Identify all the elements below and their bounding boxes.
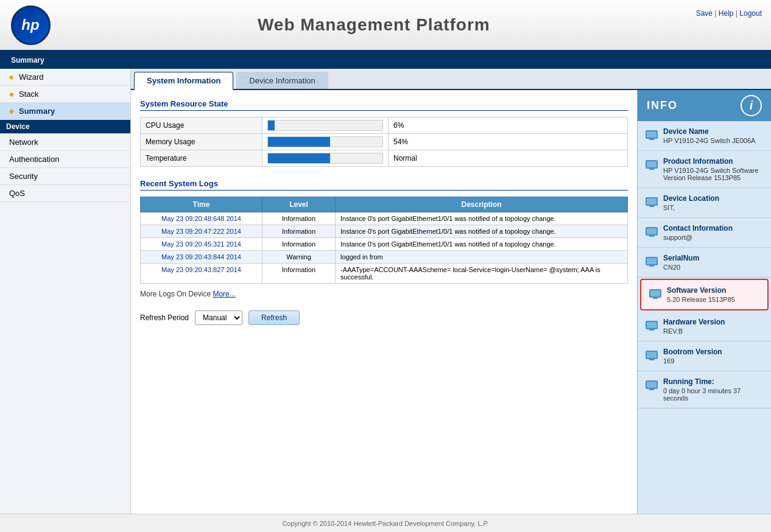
sidebar-label-security: Security	[9, 172, 38, 181]
sidebar-label-stack: Stack	[19, 89, 39, 99]
header: hp Web Management Platform Save | Help |…	[0, 0, 771, 52]
serial-num-label: SerialNum	[663, 254, 764, 262]
log-description: Instance 0's port GigabitEthernet1/0/1 w…	[336, 238, 628, 251]
main-content: System Resource State CPU Usage 6% Memor…	[131, 90, 771, 514]
info-item-serial-num: SerialNum CN20	[638, 248, 771, 278]
refresh-period-select[interactable]: Manual 30s 60s 120s	[195, 310, 242, 325]
nav-bar: Summary	[0, 52, 771, 69]
help-link[interactable]: Help	[719, 9, 734, 18]
running-time-content: Running Time: 0 day 0 hour 3 minutes 37 …	[663, 377, 764, 402]
bootrom-version-content: Bootrom Version 169	[663, 348, 764, 365]
more-logs-bar: More Logs On Device More...	[140, 290, 628, 298]
running-time-icon	[645, 379, 658, 392]
sidebar-section-device: Device	[0, 120, 130, 134]
software-version-label: Software Version	[667, 286, 760, 295]
info-item-device-location: Device Location SIT,	[638, 188, 771, 218]
info-panel: INFO i Device Name HP V1910-24G Switch J…	[637, 90, 771, 514]
resource-bar-container	[267, 153, 383, 164]
logs-col-level: Level	[262, 197, 336, 212]
svg-rect-19	[647, 322, 657, 328]
log-row: May 23 09:20:45:321 2014 Information Ins…	[141, 238, 628, 251]
resource-bar-container	[267, 120, 383, 131]
sidebar-item-authentication[interactable]: Authentication	[0, 151, 130, 168]
info-item-hardware-version: Hardware Version REV.B	[638, 312, 771, 341]
svg-rect-4	[647, 161, 657, 167]
logout-link[interactable]: Logout	[739, 9, 762, 18]
info-circle-icon: i	[741, 95, 762, 116]
svg-rect-25	[647, 382, 657, 388]
tab-system-info[interactable]: System Information	[134, 72, 233, 90]
log-row: May 23 09:20:43:844 2014 Warning logged …	[141, 251, 628, 264]
logs-table: Time Level Description May 23 09:20:48:6…	[140, 197, 628, 284]
log-time: May 23 09:20:43:827 2014	[141, 264, 262, 284]
bootrom-version-label: Bootrom Version	[663, 348, 764, 356]
sidebar-item-stack[interactable]: ◆ Stack	[0, 86, 130, 103]
info-panel-title: INFO	[647, 99, 678, 112]
resource-bar-cell	[262, 117, 389, 134]
svg-rect-26	[649, 389, 654, 390]
diamond-icon-stack: ◆	[9, 91, 14, 97]
svg-rect-1	[647, 131, 657, 138]
svg-rect-20	[649, 329, 654, 331]
refresh-period-label: Refresh Period	[140, 313, 189, 322]
log-description: Instance 0's port GigabitEthernet1/0/1 w…	[336, 212, 628, 225]
svg-rect-17	[653, 298, 658, 299]
nav-summary[interactable]: Summary	[6, 56, 49, 65]
device-section-label: Device	[6, 122, 30, 131]
footer-text: Copyright © 2010-2014 Hewlett-Packard De…	[282, 520, 488, 527]
device-location-label: Device Location	[663, 194, 764, 203]
resource-bar-cell	[262, 150, 389, 167]
resource-label: Memory Usage	[141, 134, 262, 150]
resource-table: CPU Usage 6% Memory Usage 54% Temperatur…	[140, 117, 628, 167]
sidebar-item-network[interactable]: Network	[0, 134, 130, 151]
resource-bar-container	[267, 136, 383, 147]
logo-area: hp	[0, 0, 61, 51]
svg-rect-13	[647, 258, 657, 264]
sidebar-item-qos[interactable]: QoS	[0, 185, 130, 202]
refresh-button[interactable]: Refresh	[248, 310, 300, 325]
serial-num-content: SerialNum CN20	[663, 254, 764, 271]
running-time-value: 0 day 0 hour 3 minutes 37 seconds	[663, 387, 764, 402]
hardware-version-icon	[645, 319, 658, 332]
resource-label: Temperature	[141, 150, 262, 167]
contact-info-value: support@	[663, 234, 764, 241]
contact-info-label: Contact Information	[663, 224, 764, 233]
more-logs-link[interactable]: More...	[213, 290, 235, 298]
svg-rect-16	[650, 290, 660, 296]
device-name-icon	[645, 128, 658, 142]
save-link[interactable]: Save	[696, 9, 713, 18]
tab-device-info[interactable]: Device Information	[236, 72, 328, 89]
device-location-icon	[645, 195, 658, 209]
info-items-list: Device Name HP V1910-24G Switch JE006A P…	[638, 121, 771, 408]
resource-row: CPU Usage 6%	[141, 117, 628, 134]
logs-col-time: Time	[141, 197, 262, 212]
svg-rect-2	[649, 139, 654, 140]
bootrom-version-value: 169	[663, 357, 764, 365]
svg-rect-7	[647, 198, 657, 205]
sidebar-item-security[interactable]: Security	[0, 168, 130, 185]
resource-value: 54%	[389, 134, 628, 150]
hp-logo: hp	[11, 5, 51, 45]
svg-rect-10	[647, 228, 657, 234]
log-time: May 23 09:20:47:222 2014	[141, 225, 262, 238]
sidebar-item-summary[interactable]: ◆ Summary	[0, 103, 130, 120]
sidebar-label-wizard: Wizard	[19, 72, 43, 82]
info-item-bootrom-version: Bootrom Version 169	[638, 341, 771, 371]
log-description: -AAAType=ACCOUNT-AAAScheme= local-Servic…	[336, 264, 628, 284]
resource-bar-fill	[268, 121, 275, 130]
svg-rect-14	[649, 265, 654, 267]
log-time: May 23 09:20:45:321 2014	[141, 238, 262, 251]
sidebar-label-qos: QoS	[9, 189, 25, 198]
software-version-icon	[649, 287, 662, 301]
info-item-running-time: Running Time: 0 day 0 hour 3 minutes 37 …	[638, 371, 771, 408]
sidebar-item-wizard[interactable]: ◆ Wizard	[0, 69, 130, 86]
info-item-product-info: Product Information HP V1910-24G Switch …	[638, 151, 771, 188]
sidebar-label-authentication: Authentication	[9, 155, 59, 164]
log-level: Warning	[262, 251, 336, 264]
running-time-label: Running Time:	[663, 377, 764, 386]
log-description: logged in from	[336, 251, 628, 264]
info-item-software-version: Software Version 5.20 Release 1513P85	[640, 279, 769, 310]
header-actions: Save | Help | Logout	[687, 0, 771, 24]
bootrom-version-icon	[645, 349, 658, 362]
refresh-bar: Refresh Period Manual 30s 60s 120s Refre…	[140, 307, 628, 328]
